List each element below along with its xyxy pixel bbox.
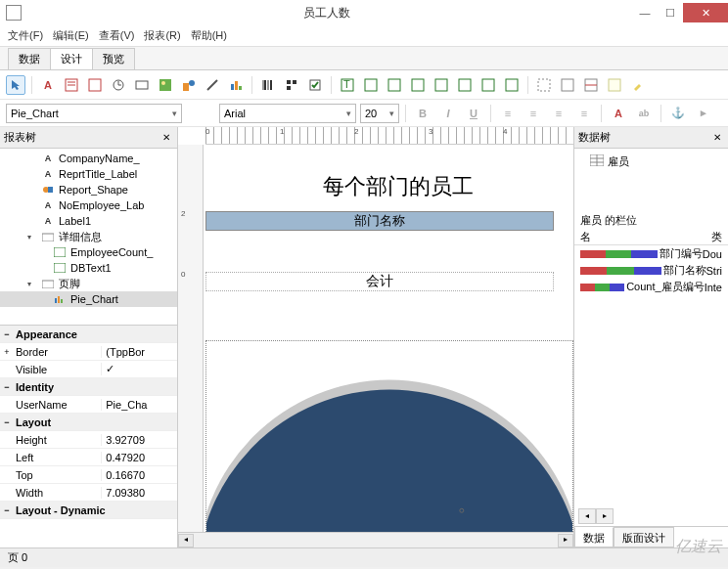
dbbarcode-tool[interactable] — [455, 75, 475, 95]
tree-item-employeecount-[interactable]: EmployeeCount_ — [0, 244, 177, 260]
tab-design[interactable]: 设计 — [50, 48, 93, 69]
align-center-button[interactable]: ≡ — [523, 104, 544, 123]
variable-tool[interactable] — [132, 75, 152, 95]
align-justify-button[interactable]: ≡ — [573, 104, 595, 123]
tree-item-label1[interactable]: ALabel1 — [0, 213, 177, 229]
font-color-button[interactable]: A — [608, 104, 629, 123]
group-toggle[interactable]: − — [0, 505, 14, 515]
more-button[interactable]: ▸ — [693, 104, 714, 123]
prop-border[interactable]: +Border(TppBor — [0, 343, 177, 361]
data-tree-root[interactable]: 雇员 — [578, 153, 724, 170]
tab-preview[interactable]: 预览 — [92, 48, 135, 69]
tree-item-reprttitle-label[interactable]: AReprtTitle_Label — [0, 166, 177, 182]
report-title-label[interactable]: 每个部门的员工 — [323, 172, 474, 201]
shape-tool[interactable] — [179, 75, 199, 95]
prop-group-appearance[interactable]: −Appearance — [0, 326, 177, 343]
group-toggle[interactable]: − — [0, 329, 14, 339]
dbrichtext-tool[interactable] — [385, 75, 404, 95]
chart-icon — [53, 293, 67, 305]
dbcheckbox-tool[interactable] — [502, 75, 522, 95]
field-部门编号[interactable]: 部门编号Dou — [574, 245, 728, 262]
dbtext-tool[interactable]: T — [338, 75, 357, 95]
field-col-name[interactable]: 名 — [580, 230, 711, 244]
sysvar-tool[interactable] — [109, 75, 128, 95]
nav-next-button[interactable]: ▸ — [596, 508, 614, 524]
properties-grid[interactable]: −Appearance+Border(TppBorVisible✓−Identi… — [0, 325, 177, 519]
font-size-combo[interactable]: 20 — [360, 104, 399, 123]
italic-button[interactable]: I — [437, 104, 459, 123]
field-Count_雇员编号[interactable]: Count_雇员编号Inte — [574, 279, 728, 295]
tree-item-report-shape[interactable]: Report_Shape — [0, 182, 177, 197]
bold-button[interactable]: B — [412, 104, 433, 123]
object-name-combo[interactable]: Pie_Chart — [6, 104, 182, 123]
tab-data[interactable]: 数据 — [8, 48, 51, 69]
scroll-right-button[interactable]: ▸ — [558, 534, 573, 547]
menu-edit[interactable]: 编辑(E) — [53, 28, 89, 43]
group-toggle[interactable]: − — [0, 417, 14, 427]
prop-visible[interactable]: Visible✓ — [0, 361, 177, 378]
chart-tool[interactable] — [226, 75, 246, 95]
barcode2d-tool[interactable] — [282, 75, 301, 95]
checkbox-tool[interactable] — [305, 75, 325, 95]
region-tool[interactable] — [534, 75, 554, 95]
scroll-left-button[interactable]: ◂ — [178, 534, 194, 547]
dbchart-tool[interactable] — [478, 75, 498, 95]
prop-group-identity[interactable]: −Identity — [0, 378, 177, 396]
prop-top[interactable]: Top0.16670 — [0, 466, 177, 484]
prop-group-layout[interactable]: −Layout — [0, 414, 177, 431]
richtext-tool[interactable] — [85, 75, 105, 95]
pie-chart-object[interactable] — [205, 340, 573, 532]
maximize-button[interactable]: ☐ — [658, 3, 683, 22]
prop-left[interactable]: Left0.47920 — [0, 449, 177, 466]
prop-group-layout---dynamic[interactable]: −Layout - Dynamic — [0, 502, 177, 519]
nav-prev-button[interactable]: ◂ — [578, 508, 596, 524]
font-name-combo[interactable]: Arial — [219, 104, 356, 123]
tree-item-companyname-[interactable]: ACompanyName_ — [0, 151, 177, 166]
pointer-tool[interactable] — [6, 75, 25, 95]
tree-item-noemployee-lab[interactable]: ANoEmployee_Lab — [0, 197, 177, 213]
align-left-button[interactable]: ≡ — [497, 104, 519, 123]
field-col-type[interactable]: 类 — [711, 230, 722, 244]
highlight-button[interactable]: ab — [633, 104, 655, 123]
align-right-button[interactable]: ≡ — [548, 104, 569, 123]
tree-item--[interactable]: ▾详细信息 — [0, 229, 177, 244]
menu-file[interactable]: 文件(F) — [8, 28, 43, 43]
group-toggle[interactable]: − — [0, 382, 14, 392]
right-tab-layout[interactable]: 版面设计 — [614, 527, 674, 547]
dbmemo-tool[interactable] — [361, 75, 381, 95]
line-tool[interactable] — [203, 75, 222, 95]
menu-report[interactable]: 报表(R) — [144, 28, 180, 43]
design-canvas[interactable]: 2 0 每个部门的员工 部门名称 会计 — [178, 145, 573, 532]
barcode-tool[interactable] — [258, 75, 278, 95]
prop-height[interactable]: Height3.92709 — [0, 431, 177, 449]
pagebreak-tool[interactable] — [581, 75, 601, 95]
tree-item-dbtext1[interactable]: DBText1 — [0, 260, 177, 276]
svg-rect-37 — [609, 79, 620, 91]
column-header-label[interactable]: 部门名称 — [205, 211, 554, 231]
minimize-button[interactable]: — — [632, 3, 658, 22]
close-button[interactable]: ✕ — [683, 3, 728, 22]
tree-item-pie-chart[interactable]: Pie_Chart — [0, 291, 177, 307]
dbcalc-tool[interactable] — [408, 75, 428, 95]
crosstab-tool[interactable] — [605, 75, 624, 95]
tree-item--[interactable]: ▾页脚 — [0, 276, 177, 291]
dbimage-tool[interactable] — [432, 75, 451, 95]
menu-view[interactable]: 查看(V) — [99, 28, 135, 43]
right-tab-data[interactable]: 数据 — [574, 527, 614, 547]
report-tree-close-button[interactable]: ✕ — [159, 131, 173, 145]
paint-tool[interactable] — [628, 75, 648, 95]
prop-username[interactable]: UserNamePie_Cha — [0, 396, 177, 414]
menu-help[interactable]: 帮助(H) — [191, 28, 227, 43]
detail-text[interactable]: 会计 — [205, 272, 554, 291]
memo-tool[interactable] — [62, 75, 81, 95]
image-tool[interactable] — [156, 75, 175, 95]
anchor-button[interactable]: ⚓ — [667, 104, 689, 123]
subreport-tool[interactable] — [558, 75, 577, 95]
underline-button[interactable]: U — [463, 104, 484, 123]
svg-rect-30 — [459, 79, 471, 91]
field-部门名称[interactable]: 部门名称Stri — [574, 262, 728, 279]
report-tree[interactable]: ACompanyName_AReprtTitle_LabelReport_Sha… — [0, 149, 177, 325]
data-tree-close-button[interactable]: ✕ — [710, 131, 724, 145]
prop-width[interactable]: Width7.09380 — [0, 484, 177, 502]
label-tool[interactable]: A — [38, 75, 58, 95]
